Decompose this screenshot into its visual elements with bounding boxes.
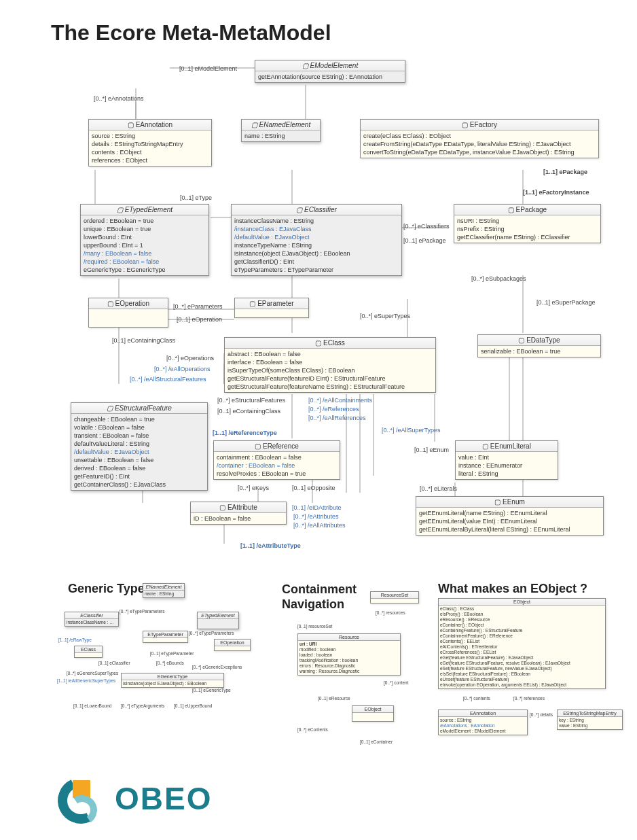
attr: references : EObject bbox=[92, 156, 208, 164]
assoc-eOperation: [0..1] eOperation bbox=[177, 316, 222, 323]
class-name: ▢ EParameter bbox=[235, 298, 308, 309]
attr: abstract : EBoolean = false bbox=[228, 350, 433, 358]
attr: instance : EEnumerator bbox=[458, 461, 555, 470]
attr: iD : EBoolean = false bbox=[194, 514, 283, 523]
class-EClassifier: ▢ EClassifier instanceClassName : EStrin… bbox=[231, 204, 402, 276]
class-name: ▢ EModelElement bbox=[255, 60, 405, 71]
op: isInstance(object EJavaObject) : EBoolea… bbox=[234, 249, 399, 258]
class-EModelElement: ▢ EModelElement getEAnnotation(source ES… bbox=[255, 60, 405, 83]
attr: upperBound : EInt = 1 bbox=[84, 241, 206, 249]
attr: source : EString bbox=[92, 132, 208, 140]
op: getEClassifier(name EString) : EClassifi… bbox=[457, 233, 598, 241]
class-EClass: ▢ EClass abstract : EBoolean = false int… bbox=[224, 337, 436, 393]
obeo-logo-text: OBEO bbox=[115, 780, 212, 817]
assoc-eAllAttributes: [0..*] /eAllAttributes bbox=[293, 522, 346, 529]
class-EAttribute: ▢ EAttribute iD : EBoolean = false bbox=[190, 502, 287, 525]
attr: derived : EBoolean = false bbox=[74, 464, 204, 472]
assoc-eAllReferences: [0..*] /eAllReferences bbox=[308, 415, 366, 421]
class-EOperation: ▢ EOperation bbox=[88, 298, 168, 328]
attr: details : EStringToStringMapEntry bbox=[92, 140, 208, 148]
attr-derived: /defaultValue : EJavaObject bbox=[234, 233, 399, 241]
class-EStructuralFeature: ▢ EStructuralFeature changeable : EBoole… bbox=[71, 402, 208, 491]
assoc-eAllOperations: [0..*] /eAllOperations bbox=[154, 366, 211, 372]
op: getEStructuralFeature(featureName EStrin… bbox=[228, 383, 433, 391]
attr: containment : EBoolean = false bbox=[217, 453, 337, 461]
page-title: The Ecore Meta-MetaModel bbox=[51, 20, 331, 46]
op: create(eClass EClass) : EObject bbox=[363, 132, 596, 140]
attr: serializable : EBoolean = true bbox=[481, 347, 598, 355]
op: getEAnnotation(source EString) : EAnnota… bbox=[258, 73, 402, 81]
eo-EObject: EObject eClass() : EClass eIsProxy() : E… bbox=[438, 598, 606, 689]
attr: literal : EString bbox=[458, 470, 555, 478]
op: isSuperTypeOf(someClass EClass) : EBoole… bbox=[228, 366, 433, 374]
class-EEnum: ▢ EEnum getEEnumLiteral(name EString) : … bbox=[416, 496, 604, 536]
assoc-eStructuralFeatures: [0..*] eStructuralFeatures bbox=[217, 397, 285, 404]
gt-assoc: [1..1] /eRawType bbox=[58, 637, 92, 642]
obeo-logo: OBEO bbox=[58, 775, 212, 822]
eo-EAnnotation: EAnnotation source : EString /eAnnotatio… bbox=[438, 710, 528, 735]
cn-assoc: [0..1] eResource bbox=[318, 696, 350, 701]
assoc-eEnum: [0..1] eEnum bbox=[414, 447, 449, 453]
gt-assoc: [0..*] eTypeParameters bbox=[120, 609, 164, 614]
assoc-eParameters: [0..*] eParameters bbox=[173, 303, 223, 310]
class-EFactory: ▢ EFactory create(eClass EClass) : EObje… bbox=[360, 119, 599, 158]
attr: unique : EBoolean = true bbox=[84, 225, 206, 233]
cn-EObject: EObject bbox=[352, 705, 394, 722]
attr-derived: /defaultValue : EJavaObject bbox=[74, 448, 204, 456]
assoc-eIDAttribute: [0..1] /eIDAttribute bbox=[292, 504, 342, 511]
cn-assoc: [0..*] content bbox=[384, 680, 409, 685]
attr: nsPrefix : EString bbox=[457, 225, 598, 233]
class-name: ▢ EClassifier bbox=[232, 205, 401, 215]
class-name: ▢ EOperation bbox=[89, 298, 168, 309]
assoc-eReferenceType: [1..1] /eReferenceType bbox=[213, 430, 277, 436]
class-name: ▢ EClass bbox=[225, 338, 435, 349]
attr: name : EString bbox=[244, 132, 317, 140]
gt-ETypeParameter: ETypeParameter bbox=[143, 631, 188, 643]
assoc-ePackage01: [0..1] ePackage bbox=[403, 237, 446, 244]
eo-EStringToStringMapEntry: EStringToStringMapEntry key : EString va… bbox=[557, 710, 623, 730]
op: getEStructuralFeature(featureID EInt) : … bbox=[228, 374, 433, 383]
gt-assoc: [0..1] eUpperBound bbox=[174, 703, 212, 708]
cn-assoc: [0..1] resourceSet bbox=[297, 624, 332, 629]
class-name: ▢ EDataType bbox=[478, 335, 600, 346]
attr: interface : EBoolean = false bbox=[228, 358, 433, 366]
cn-assoc: [0..*] resources bbox=[376, 610, 405, 615]
assoc-eType: [0..1] eType bbox=[180, 194, 212, 201]
section-containment-title: Containment Navigation bbox=[282, 582, 377, 612]
attr: nsURI : EString bbox=[457, 217, 598, 225]
assoc-eClassifiers: [0..*] eClassifiers bbox=[403, 223, 450, 230]
assoc-eAllStructuralFeatures: [0..*] /eAllStructuralFeatures bbox=[130, 376, 206, 383]
gt-EOperation: EOperation bbox=[214, 639, 251, 651]
attr-derived: /many : EBoolean = false bbox=[84, 249, 206, 258]
cn-assoc: [0..1] eContainer bbox=[360, 739, 393, 744]
assoc-eContainingClass: [0..1] eContainingClass bbox=[112, 337, 175, 344]
assoc-eKeys: [0..*] eKeys bbox=[238, 485, 269, 491]
attr: eGenericType : EGenericType bbox=[84, 266, 206, 274]
attr-derived: /container : EBoolean = false bbox=[217, 461, 337, 470]
op: createFromString(eDataType EDataType, li… bbox=[363, 140, 596, 148]
obeo-logo-mark bbox=[58, 775, 105, 822]
eo-assoc: [0..*] references bbox=[513, 696, 545, 701]
attr: defaultValueLiteral : EString bbox=[74, 440, 204, 448]
gt-assoc: [0..*] eBounds bbox=[156, 661, 184, 665]
class-EPackage: ▢ EPackage nsURI : EString nsPrefix : ES… bbox=[454, 204, 601, 243]
attr: unsettable : EBoolean = false bbox=[74, 456, 204, 464]
attr: resolveProxies : EBoolean = true bbox=[217, 470, 337, 478]
cn-Resource: Resource uri : URI modified : boolean lo… bbox=[297, 633, 401, 676]
class-name: ▢ EAttribute bbox=[191, 502, 286, 513]
cn-assoc: [0..*] eContents bbox=[297, 727, 328, 732]
attr: volatile : EBoolean = false bbox=[74, 423, 204, 432]
class-name: ▢ EEnumLiteral bbox=[456, 441, 558, 452]
class-EDataType: ▢ EDataType serializable : EBoolean = tr… bbox=[477, 334, 601, 357]
diagram-page: The Ecore Meta-MetaModel ▢ EModelElement… bbox=[0, 0, 637, 840]
gt-ENamedElement: ENamedElementname : EString bbox=[143, 583, 185, 598]
assoc-eAnnotations: [0..*] eAnnotations bbox=[94, 95, 144, 102]
gt-assoc: [0..1] eLowerBound bbox=[73, 703, 111, 708]
gt-assoc: [0..*] eTypeParameters bbox=[189, 631, 234, 635]
assoc-eContainingClass2: [0..1] eContainingClass bbox=[217, 408, 280, 415]
attr: eTypeParameters : ETypeParameter bbox=[234, 266, 399, 274]
assoc-ePackage11: [1..1] ePackage bbox=[543, 169, 587, 175]
class-EEnumLiteral: ▢ EEnumLiteral value : EInt instance : E… bbox=[455, 440, 558, 480]
attr: value : EInt bbox=[458, 453, 555, 461]
section-eobject-title: What makes an EObject ? bbox=[438, 582, 587, 596]
